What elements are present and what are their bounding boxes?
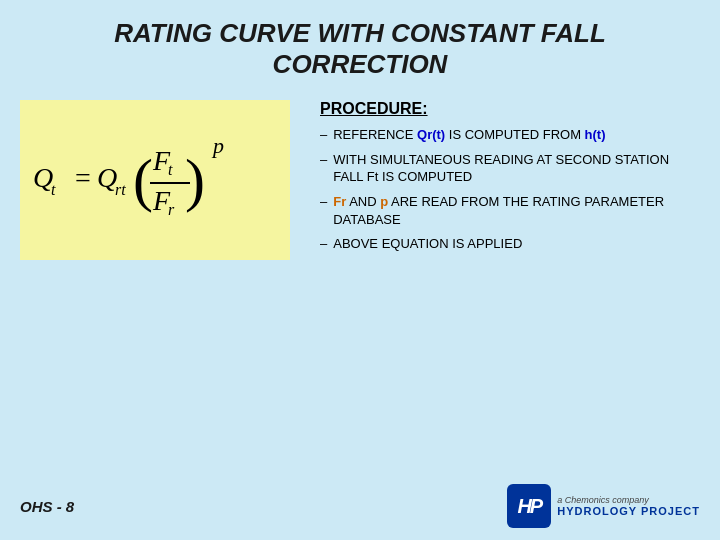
bullet-item-3: – Fr AND p ARE READ FROM THE RATING PARA… — [320, 193, 690, 228]
highlight-p: p — [380, 194, 388, 209]
bullet-text-4: ABOVE EQUATION IS APPLIED — [333, 235, 690, 253]
bullet-item-1: – REFERENCE Qr(t) IS COMPUTED FROM h(t) — [320, 126, 690, 144]
dash-4: – — [320, 235, 327, 253]
svg-text:): ) — [185, 147, 205, 213]
hp-right-text: a Chemonics company HYDROLOGY PROJECT — [557, 495, 700, 517]
dash-1: – — [320, 126, 327, 144]
logo-wrapper: HP a Chemonics company HYDROLOGY PROJECT — [507, 484, 700, 528]
procedure-title: PROCEDURE: — [320, 100, 690, 118]
formula-box: Q t = Q rt ( F t F r ) — [20, 100, 290, 260]
dash-3: – — [320, 193, 327, 211]
highlight-ht: h(t) — [585, 127, 606, 142]
bullet-item-2: – WITH SIMULTANEOUS READING AT SECOND ST… — [320, 151, 690, 186]
svg-text:p: p — [211, 133, 224, 158]
hp-project-text: HYDROLOGY PROJECT — [557, 505, 700, 517]
title-line2: CORRECTION — [273, 49, 448, 79]
formula-svg: Q t = Q rt ( F t F r ) — [25, 105, 285, 255]
procedure-block: PROCEDURE: – REFERENCE Qr(t) IS COMPUTED… — [310, 100, 690, 260]
footer-label: OHS - 8 — [20, 498, 74, 515]
svg-text:=: = — [75, 162, 91, 193]
footer: OHS - 8 HP a Chemonics company HYDROLOGY… — [20, 484, 700, 528]
bullet-list: – REFERENCE Qr(t) IS COMPUTED FROM h(t) … — [320, 126, 690, 252]
highlight-qrt: Qr(t) — [417, 127, 445, 142]
svg-text:t: t — [51, 181, 56, 198]
page-title: RATING CURVE WITH CONSTANT FALL CORRECTI… — [40, 18, 680, 80]
bullet-item-4: – ABOVE EQUATION IS APPLIED — [320, 235, 690, 253]
bullet-text-3: Fr AND p ARE READ FROM THE RATING PARAME… — [333, 193, 690, 228]
title-line1: RATING CURVE WITH CONSTANT FALL — [114, 18, 606, 48]
hp-brand-text: a Chemonics company — [557, 495, 649, 505]
hp-badge: HP — [507, 484, 551, 528]
page: RATING CURVE WITH CONSTANT FALL CORRECTI… — [0, 0, 720, 540]
bullet-text-2: WITH SIMULTANEOUS READING AT SECOND STAT… — [333, 151, 690, 186]
dash-2: – — [320, 151, 327, 169]
content-area: Q t = Q rt ( F t F r ) — [0, 90, 720, 260]
svg-text:r: r — [168, 201, 175, 218]
hp-letters: HP — [517, 495, 541, 518]
bullet-text-1: REFERENCE Qr(t) IS COMPUTED FROM h(t) — [333, 126, 690, 144]
title-block: RATING CURVE WITH CONSTANT FALL CORRECTI… — [0, 0, 720, 90]
svg-text:(: ( — [133, 147, 153, 213]
highlight-fr: Fr — [333, 194, 346, 209]
svg-text:t: t — [168, 161, 173, 178]
svg-text:rt: rt — [115, 181, 126, 198]
